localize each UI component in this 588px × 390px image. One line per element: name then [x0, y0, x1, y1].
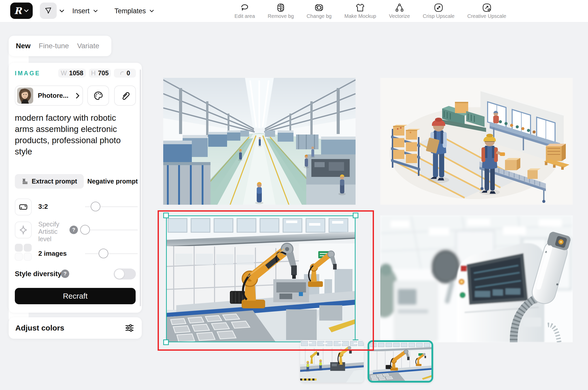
remove-bg-button[interactable]: Remove bg — [268, 0, 294, 19]
artistic-level-slider[interactable] — [85, 225, 138, 235]
vectorize-label: Vectorize — [389, 13, 410, 19]
templates-menu-label: Templates — [114, 7, 146, 15]
image-count-icon — [15, 244, 33, 262]
tshirt-icon — [355, 3, 365, 13]
tab-new[interactable]: New — [16, 42, 31, 50]
cursor-icon — [44, 6, 53, 15]
extract-prompt-button[interactable]: Extract prompt — [15, 174, 84, 189]
crisp-upscale-button[interactable]: Crisp Upscale — [423, 0, 454, 19]
generated-image-robotic-arms[interactable] — [166, 215, 356, 342]
variant-2-image — [369, 342, 431, 381]
four-point-star-icon — [18, 224, 29, 236]
mode-tabs: New Fine-tune Variate — [9, 36, 111, 56]
palette-icon — [93, 90, 104, 101]
image-count-label: 2 images — [38, 250, 67, 258]
artistic-level-button[interactable] — [15, 222, 32, 238]
panel-scrollbar[interactable] — [140, 69, 141, 306]
prompt-text[interactable]: modern factory with robotic arms assembl… — [15, 112, 136, 157]
generation-panel: IMAGE W 1058 H 705 0 Phot — [9, 63, 142, 313]
height-label: H — [91, 69, 96, 77]
negative-prompt-button[interactable]: Negative prompt — [87, 174, 138, 189]
select-tool-button[interactable] — [40, 3, 57, 19]
style-diversity-toggle[interactable] — [114, 269, 136, 279]
image-tools-group: Edit area Remove bg Change bg Make Mocku… — [234, 0, 506, 22]
lasso-icon — [240, 3, 250, 13]
style-selector[interactable]: Photore... — [15, 86, 83, 106]
adjust-colors-label: Adjust colors — [15, 324, 64, 332]
make-mockup-button[interactable]: Make Mockup — [344, 0, 376, 19]
rotation-field[interactable]: 0 — [114, 69, 136, 78]
insert-menu-label: Insert — [72, 7, 90, 15]
attach-image-button[interactable] — [114, 86, 136, 106]
aspect-ratio-icon — [18, 202, 28, 212]
extract-prompt-label: Extract prompt — [32, 178, 77, 185]
remove-bg-icon — [276, 3, 286, 13]
creative-upscale-label: Creative Upscale — [467, 13, 506, 19]
color-palette-button[interactable] — [87, 86, 109, 106]
style-diversity-help-icon[interactable]: ? — [61, 270, 69, 278]
templates-menu[interactable]: Templates — [114, 0, 154, 22]
robotic-arms-image — [166, 215, 356, 342]
aspect-ratio-value: 3:2 — [38, 203, 48, 211]
change-bg-label: Change bg — [307, 13, 332, 19]
extract-prompt-icon — [21, 178, 29, 185]
change-bg-icon — [314, 3, 324, 13]
upscale-icon — [433, 3, 444, 13]
generated-image-factory-hall[interactable] — [163, 78, 356, 205]
recraft-logo-menu[interactable]: R — [10, 3, 33, 19]
selection-handle-top-left[interactable] — [163, 213, 169, 218]
variant-1-image — [300, 340, 364, 383]
variant-thumbnail-1[interactable] — [300, 340, 364, 383]
factory-hall-image — [163, 78, 356, 205]
rotation-value: 0 — [127, 69, 130, 77]
generated-image-isometric-warehouse[interactable] — [380, 78, 573, 205]
adjust-sliders-icon — [124, 322, 135, 334]
slider-knob[interactable] — [99, 249, 108, 258]
vectorize-button[interactable]: Vectorize — [389, 0, 410, 19]
selection-handle-top-right[interactable] — [353, 213, 358, 218]
recraft-logo: R — [14, 6, 22, 15]
toggle-knob — [115, 269, 124, 279]
slider-track — [85, 253, 138, 254]
creative-upscale-icon — [482, 3, 492, 13]
variant-thumbnail-2-selected[interactable] — [368, 340, 433, 383]
tab-variate[interactable]: Variate — [77, 42, 99, 50]
image-section-label: IMAGE — [15, 70, 40, 77]
aspect-ratio-slider[interactable] — [85, 202, 138, 212]
height-value: 705 — [98, 69, 109, 77]
remove-bg-label: Remove bg — [268, 13, 294, 19]
width-value: 1058 — [69, 69, 83, 77]
laser-device-image — [380, 215, 573, 342]
tab-fine-tune[interactable]: Fine-tune — [39, 42, 69, 50]
creative-upscale-button[interactable]: Creative Upscale — [467, 0, 506, 19]
make-mockup-label: Make Mockup — [344, 13, 376, 19]
selection-handle-bottom-left[interactable] — [163, 339, 169, 345]
style-name: Photore... — [38, 92, 68, 100]
slider-track — [85, 230, 138, 230]
paperclip-icon — [120, 90, 131, 101]
width-field[interactable]: W 1058 — [58, 69, 86, 78]
edit-area-label: Edit area — [234, 13, 255, 19]
generated-image-laser-device[interactable] — [380, 215, 573, 342]
vector-nodes-icon — [394, 3, 405, 13]
edit-area-button[interactable]: Edit area — [234, 0, 255, 19]
slider-knob[interactable] — [80, 225, 90, 235]
insert-menu[interactable]: Insert — [72, 0, 98, 22]
change-bg-button[interactable]: Change bg — [307, 0, 332, 19]
tool-chevron-down-icon[interactable] — [59, 9, 64, 13]
aspect-ratio-button[interactable] — [15, 199, 32, 215]
image-count-slider[interactable] — [85, 249, 138, 259]
adjust-colors-panel[interactable]: Adjust colors — [9, 317, 142, 339]
artistic-help-icon[interactable]: ? — [69, 226, 78, 234]
chevron-down-icon — [149, 9, 154, 13]
chevron-down-icon — [93, 9, 98, 13]
height-field[interactable]: H 705 — [89, 69, 111, 78]
slider-knob[interactable] — [91, 202, 100, 211]
top-toolbar: R Insert Templates Edit area Remove bg — [0, 0, 588, 22]
style-diversity-label: Style diversity — [15, 270, 62, 278]
chevron-right-icon — [76, 93, 80, 99]
recraft-generate-button[interactable]: Recraft — [15, 288, 136, 304]
chevron-down-icon — [24, 9, 29, 13]
isometric-warehouse-image — [380, 78, 573, 205]
crisp-upscale-label: Crisp Upscale — [423, 13, 454, 19]
